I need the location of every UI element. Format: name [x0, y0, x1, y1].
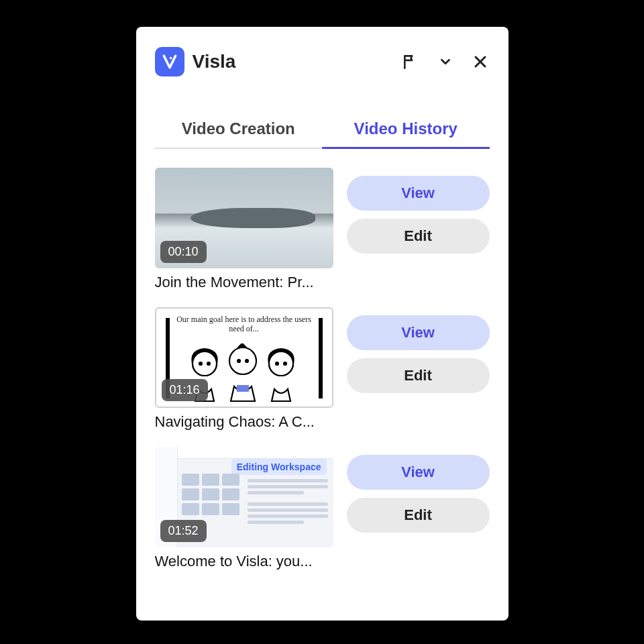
svg-point-6 [207, 362, 210, 365]
decoration [248, 479, 328, 527]
visla-panel: Visla Video Creation [136, 27, 508, 621]
close-icon[interactable] [471, 52, 490, 71]
svg-point-0 [169, 57, 171, 59]
decoration [319, 318, 323, 398]
thumb-caption: Our main goal here is to address the use… [176, 315, 312, 334]
video-title: Welcome to Visla: you... [155, 553, 333, 570]
visla-logo-icon [155, 47, 184, 76]
svg-point-12 [269, 352, 293, 376]
brand: Visla [155, 47, 236, 76]
edit-button[interactable]: Edit [347, 219, 490, 254]
header-actions [401, 52, 490, 71]
duration-badge: 01:52 [160, 520, 207, 542]
svg-point-4 [193, 352, 217, 376]
view-button[interactable]: View [347, 315, 490, 350]
svg-rect-10 [237, 385, 249, 392]
duration-badge: 00:10 [160, 241, 207, 263]
flag-icon[interactable] [401, 52, 420, 71]
edit-button[interactable]: Edit [347, 498, 490, 533]
tabs: Video Creation Video History [155, 110, 490, 149]
video-title: Navigating Chaos: A C... [155, 413, 333, 431]
history-item: Editing Workspace 01:52 Welcome to Visla… [155, 447, 490, 570]
video-thumbnail[interactable]: 00:10 [155, 168, 333, 268]
video-thumbnail[interactable]: Our main goal here is to address the use… [155, 307, 333, 408]
panel-header: Visla [155, 47, 490, 76]
history-item: 00:10 Join the Movement: Pr... View Edit [155, 168, 490, 291]
tab-video-history[interactable]: Video History [322, 110, 490, 148]
view-button[interactable]: View [347, 455, 490, 490]
decoration [178, 447, 333, 459]
thumbnail-column: Our main goal here is to address the use… [155, 307, 333, 431]
view-button[interactable]: View [347, 176, 490, 211]
svg-point-9 [246, 360, 248, 362]
video-thumbnail[interactable]: Editing Workspace 01:52 [155, 447, 333, 547]
button-column: View Edit [347, 447, 490, 570]
history-item: Our main goal here is to address the use… [155, 307, 490, 431]
brand-name: Visla [193, 51, 236, 72]
button-column: View Edit [347, 307, 490, 431]
svg-point-5 [199, 362, 202, 365]
svg-point-8 [237, 360, 240, 362]
svg-point-13 [276, 362, 278, 365]
duration-badge: 01:16 [162, 379, 208, 401]
svg-point-7 [229, 347, 256, 374]
thumbnail-column: 00:10 Join the Movement: Pr... [155, 168, 333, 291]
thumb-badge: Editing Workspace [231, 459, 327, 475]
svg-point-14 [284, 362, 286, 365]
video-title: Join the Movement: Pr... [155, 274, 333, 291]
chevron-down-icon[interactable] [436, 52, 455, 71]
thumbnail-column: Editing Workspace 01:52 Welcome to Visla… [155, 447, 333, 570]
button-column: View Edit [347, 168, 490, 291]
decoration [182, 474, 239, 515]
edit-button[interactable]: Edit [347, 358, 490, 393]
tab-video-creation[interactable]: Video Creation [155, 110, 323, 148]
